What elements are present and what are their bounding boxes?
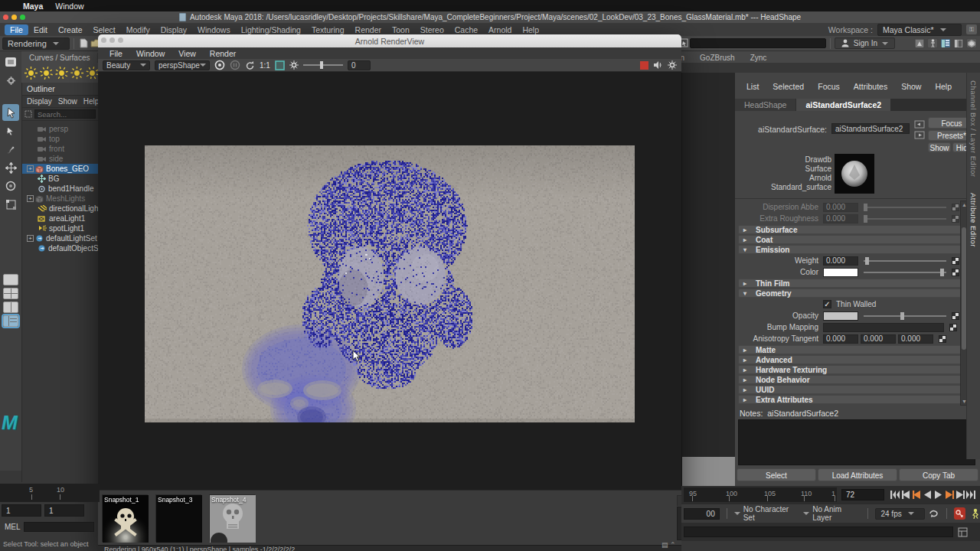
weight-slider[interactable]	[864, 260, 946, 262]
anim-layer-dropdown[interactable]: No Anim Layer	[812, 505, 861, 522]
fps-dropdown[interactable]: 24 fps	[875, 508, 924, 520]
snapshot-thumbnail[interactable]: Snapshot_4	[209, 494, 255, 542]
tab-channel-box[interactable]: Channel Box / Layer Editor	[967, 73, 980, 185]
outliner-menu-show[interactable]: Show	[58, 97, 77, 106]
outliner-item-meshlights[interactable]: +MeshLights	[22, 194, 100, 204]
ae-menu-show[interactable]: Show	[896, 81, 926, 92]
layout-single-pane-button[interactable]	[3, 274, 18, 285]
outliner-menu-help[interactable]: Help	[83, 97, 100, 106]
node-name-field[interactable]: aiStandardSurface2	[831, 123, 910, 134]
select-button[interactable]: Select	[737, 468, 816, 481]
outliner-item-directionallight1[interactable]: directionalLight1	[22, 204, 100, 214]
menu-select[interactable]: Select	[88, 24, 121, 35]
play-back-button[interactable]	[923, 490, 933, 500]
outliner-item-defaultobjectset[interactable]: defaultObjectSet	[22, 243, 100, 253]
opacity-slider[interactable]	[864, 315, 946, 317]
debug-value-field[interactable]: 0	[348, 60, 371, 70]
section-subsurface[interactable]: ▸Subsurface	[738, 225, 977, 234]
spot-light-icon[interactable]	[70, 67, 83, 80]
aniso-y-field[interactable]: 0.000	[861, 334, 896, 344]
map-button[interactable]	[952, 312, 959, 320]
move-tool[interactable]	[2, 159, 19, 176]
ae-menu-focus[interactable]: Focus	[812, 81, 845, 92]
play-forward-button[interactable]	[933, 490, 943, 500]
scale-tool[interactable]	[2, 196, 19, 213]
menu-help[interactable]: Help	[517, 24, 544, 35]
anim-prefs-icon[interactable]	[970, 508, 980, 519]
shelf-tab-zync[interactable]: Zync	[743, 53, 775, 63]
section-matte[interactable]: ▸Matte	[738, 345, 977, 354]
channel-box-toggle-icon[interactable]	[940, 38, 951, 48]
copy-tab-button[interactable]: Copy Tab	[899, 468, 978, 481]
debug-shading-slider[interactable]	[303, 64, 343, 66]
time-slider[interactable]: 951001051101	[684, 487, 837, 502]
gear-icon[interactable]	[668, 60, 677, 70]
auto-key-icon[interactable]	[954, 507, 965, 520]
playback-range-slider[interactable]	[684, 527, 953, 537]
aniso-x-field[interactable]: 0.000	[823, 334, 858, 344]
map-button[interactable]	[949, 324, 957, 331]
close-icon[interactable]	[101, 37, 106, 43]
ambient-light-icon[interactable]	[24, 67, 38, 80]
rv-menu-render[interactable]: Render	[204, 48, 241, 59]
ae-menu-attributes[interactable]: Attributes	[848, 81, 893, 92]
menu-texturing[interactable]: Texturing	[306, 24, 350, 35]
rendered-image[interactable]	[145, 145, 635, 422]
script-editor-icon[interactable]	[958, 527, 968, 537]
area-light-icon[interactable]	[86, 67, 99, 80]
outliner-search-input[interactable]	[34, 109, 96, 119]
menu-toggle-icon[interactable]	[2, 54, 19, 70]
gear-icon[interactable]	[289, 60, 299, 70]
expand-toggle[interactable]: +	[27, 195, 34, 202]
section-hardware-texturing[interactable]: ▸Hardware Texturing	[738, 365, 977, 374]
zoom-icon[interactable]	[118, 37, 123, 43]
show-button[interactable]: Show	[928, 142, 951, 152]
mel-label[interactable]: MEL	[5, 523, 21, 531]
outliner-item-bones_geo[interactable]: +Bones_GEO	[22, 164, 100, 174]
layout-four-pane-button[interactable]	[3, 288, 18, 299]
rv-menu-file[interactable]: File	[104, 48, 128, 59]
zoom-icon[interactable]	[20, 15, 25, 20]
step-back-frame-button[interactable]	[901, 490, 911, 500]
section-advanced[interactable]: ▸Advanced	[738, 355, 977, 364]
select-tool[interactable]	[2, 104, 19, 121]
load-attributes-button[interactable]: Load Attributes	[818, 468, 897, 481]
range-start-field[interactable]: 1	[2, 504, 41, 517]
paint-select-tool[interactable]	[2, 141, 19, 158]
playback-start-field[interactable]: 1	[44, 504, 84, 517]
rv-menu-window[interactable]: Window	[131, 48, 170, 59]
outliner-item-arealight1[interactable]: areaLight1	[22, 214, 100, 223]
sign-in-button[interactable]: Sign In	[835, 37, 895, 49]
character-controls-icon[interactable]	[927, 38, 938, 48]
loop-icon[interactable]	[928, 509, 939, 518]
outliner-item-side[interactable]: side	[22, 154, 100, 164]
menu-arnold[interactable]: Arnold	[483, 24, 517, 35]
range-end-field[interactable]: 00	[684, 508, 720, 520]
section-geometry[interactable]: ▾Geometry	[738, 289, 977, 298]
color-slider[interactable]	[864, 272, 946, 273]
lasso-tool[interactable]	[2, 122, 19, 139]
menu-modify[interactable]: Modify	[121, 24, 155, 35]
swatch-small-icon[interactable]	[914, 120, 925, 130]
menu-windows[interactable]: Windows	[192, 24, 236, 35]
quick-select-input[interactable]	[690, 38, 826, 48]
pause-icon[interactable]	[230, 60, 240, 70]
lock-icon[interactable]: ⚿	[966, 24, 977, 34]
thin-walled-checkbox[interactable]: ✓	[823, 300, 831, 308]
rotate-tool[interactable]	[2, 178, 19, 194]
stop-icon[interactable]	[640, 61, 648, 70]
section-extra-attributes[interactable]: ▸Extra Attributes	[738, 395, 977, 404]
outliner-item-front[interactable]: front	[22, 144, 100, 154]
section-coat[interactable]: ▸Coat	[738, 235, 977, 244]
go-end-button[interactable]	[965, 490, 975, 500]
outliner-menu-display[interactable]: Display	[27, 97, 52, 106]
tool-settings-icon[interactable]	[966, 38, 977, 48]
aniso-z-field[interactable]: 0.000	[898, 334, 933, 344]
outliner-item-spotlight1[interactable]: spotLight1	[22, 223, 100, 233]
expand-toggle[interactable]: +	[27, 235, 34, 242]
menu-lighting-shading[interactable]: Lighting/Shading	[236, 24, 306, 35]
minimize-icon[interactable]	[109, 37, 115, 43]
map-button[interactable]	[952, 269, 959, 276]
gear-icon[interactable]	[2, 72, 19, 89]
color-swatch[interactable]	[823, 268, 858, 277]
